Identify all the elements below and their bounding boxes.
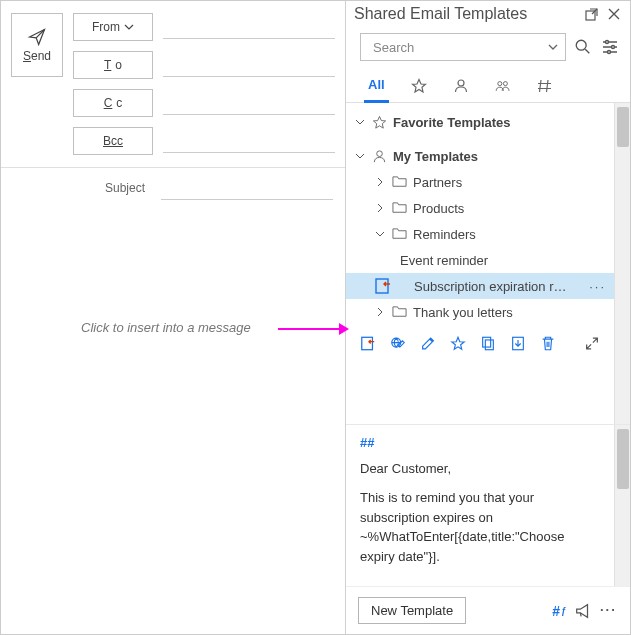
popout-icon[interactable]	[584, 6, 600, 22]
svg-point-3	[612, 46, 615, 49]
to-button[interactable]: To	[73, 51, 153, 79]
tree-folder-reminders[interactable]: Reminders	[346, 221, 614, 247]
chevron-down-icon	[355, 151, 365, 161]
tree-folder-thank-you[interactable]: Thank you letters	[346, 299, 614, 325]
from-label: From	[92, 20, 120, 34]
templates-panel: Shared Email Templates All	[346, 1, 630, 634]
chevron-down-icon	[375, 229, 385, 239]
template-tree[interactable]: Favorite Templates My Templates Partners…	[346, 103, 614, 424]
chevron-down-icon	[124, 22, 134, 32]
chevron-right-icon	[375, 177, 385, 187]
template-preview: ## Dear Customer, This is to remind you …	[346, 425, 614, 586]
announce-icon[interactable]	[574, 602, 592, 620]
scrollbar-thumb[interactable]	[617, 107, 629, 147]
insert-icon[interactable]	[360, 335, 376, 352]
tab-all-label: All	[368, 77, 385, 92]
preview-hash: ##	[360, 433, 600, 453]
tree-label: Reminders	[413, 227, 476, 242]
tree-section-my-templates[interactable]: My Templates	[346, 143, 614, 169]
subject-input[interactable]	[161, 176, 333, 200]
svg-point-4	[608, 51, 611, 54]
cc-input[interactable]	[163, 91, 335, 115]
folder-icon	[392, 201, 407, 214]
svg-rect-13	[485, 340, 493, 350]
search-input[interactable]	[371, 39, 547, 56]
new-template-button[interactable]: New Template	[358, 597, 466, 624]
svg-rect-12	[483, 337, 491, 347]
template-action-bar	[346, 325, 614, 362]
scrollbar-thumb[interactable]	[617, 429, 629, 489]
tree-folder-partners[interactable]: Partners	[346, 169, 614, 195]
globe-edit-icon[interactable]	[390, 335, 406, 352]
bcc-input[interactable]	[163, 129, 335, 153]
from-button[interactable]: From	[73, 13, 153, 41]
expand-icon[interactable]	[584, 335, 600, 352]
tree-item-event-reminder[interactable]: Event reminder	[346, 247, 614, 273]
star-icon	[411, 78, 427, 94]
svg-rect-9	[376, 279, 388, 293]
tab-favorites[interactable]	[407, 72, 431, 102]
svg-point-5	[458, 80, 464, 86]
chevron-right-icon	[375, 307, 385, 317]
tab-personal[interactable]	[449, 72, 473, 102]
tab-bar: All	[346, 65, 630, 103]
tree-label: Subscription expiration remi...	[414, 279, 572, 294]
send-icon	[27, 27, 47, 47]
star-icon[interactable]	[450, 335, 466, 352]
person-icon	[372, 149, 387, 164]
chevron-down-icon[interactable]	[547, 41, 559, 53]
item-more-icon[interactable]: ···	[589, 279, 606, 294]
tab-team[interactable]	[491, 72, 515, 102]
more-icon[interactable]: ···	[600, 602, 618, 620]
send-label: end	[31, 49, 51, 63]
bcc-label: Bcc	[103, 134, 123, 148]
copy-icon[interactable]	[480, 335, 496, 352]
tree-label: Products	[413, 201, 464, 216]
send-button[interactable]: Send	[11, 13, 63, 77]
from-input[interactable]	[163, 15, 335, 39]
close-icon[interactable]	[606, 6, 622, 22]
export-icon[interactable]	[510, 335, 526, 352]
svg-point-8	[377, 150, 383, 156]
search-box[interactable]	[360, 33, 566, 61]
delete-icon[interactable]	[540, 335, 556, 352]
tree-scrollbar[interactable]	[614, 103, 630, 424]
preview-body: This is to remind you that your subscrip…	[360, 488, 600, 566]
tree-label: My Templates	[393, 149, 478, 164]
folder-icon	[392, 227, 407, 240]
folder-icon	[392, 305, 407, 318]
edit-icon[interactable]	[420, 335, 436, 352]
tab-all[interactable]: All	[364, 71, 389, 103]
preview-scrollbar[interactable]	[614, 425, 630, 586]
svg-rect-10	[362, 337, 373, 349]
search-icon[interactable]	[574, 38, 592, 56]
annotation-arrow	[278, 328, 346, 330]
tree-folder-products[interactable]: Products	[346, 195, 614, 221]
panel-title: Shared Email Templates	[354, 5, 578, 23]
star-icon	[372, 115, 387, 130]
to-input[interactable]	[163, 53, 335, 77]
tab-hash[interactable]	[533, 72, 557, 102]
settings-sliders-icon[interactable]	[600, 37, 620, 57]
subject-label: Subject	[13, 181, 151, 195]
cc-button[interactable]: Cc	[73, 89, 153, 117]
tree-label: Partners	[413, 175, 462, 190]
people-icon	[495, 78, 511, 94]
tree-label: Event reminder	[400, 253, 488, 268]
cc-label: c	[116, 96, 122, 110]
svg-point-2	[606, 41, 609, 44]
annotation-text: Click to insert into a message	[81, 320, 251, 335]
svg-point-1	[576, 40, 586, 50]
folder-icon	[392, 175, 407, 188]
bcc-button[interactable]: Bcc	[73, 127, 153, 155]
chevron-down-icon	[355, 117, 365, 127]
to-label: o	[115, 58, 122, 72]
hash-auto-icon[interactable]: #ƒ	[552, 603, 566, 619]
compose-pane: Send From To Cc	[1, 1, 346, 634]
insert-template-icon[interactable]	[374, 277, 392, 295]
tree-label: Favorite Templates	[393, 115, 511, 130]
svg-point-7	[503, 81, 507, 85]
tree-item-subscription-reminder[interactable]: Subscription expiration remi... ···	[346, 273, 614, 299]
tree-label: Thank you letters	[413, 305, 513, 320]
tree-section-favorites[interactable]: Favorite Templates	[346, 109, 614, 135]
